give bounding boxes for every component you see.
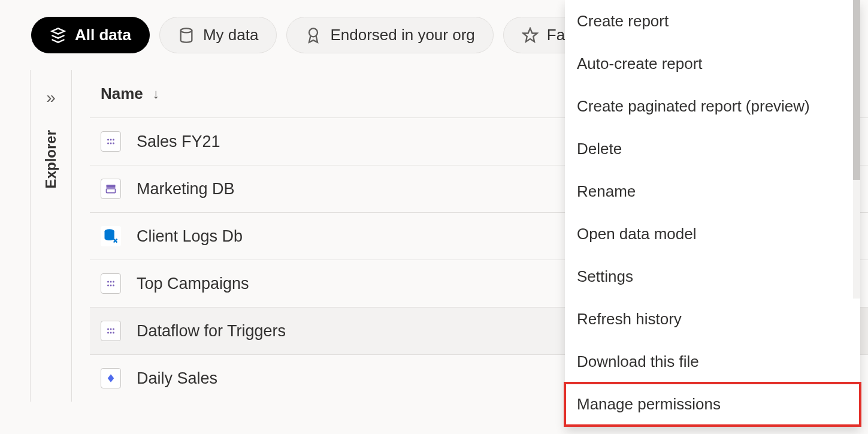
row-label: Sales FY21	[137, 132, 220, 151]
row-label: Client Logs Db	[137, 227, 243, 246]
svg-point-20	[107, 332, 109, 334]
row-label: Dataflow for Triggers	[137, 322, 286, 340]
svg-point-16	[113, 285, 114, 287]
svg-point-18	[110, 328, 112, 330]
svg-point-13	[113, 281, 114, 283]
ribbon-icon	[305, 27, 322, 44]
menu-delete[interactable]: Delete	[565, 128, 860, 170]
semantic-model-icon	[101, 273, 121, 294]
svg-point-12	[110, 281, 112, 283]
context-menu: Create report Auto-create report Create …	[565, 0, 860, 427]
svg-point-1	[309, 28, 317, 37]
semantic-model-icon	[101, 321, 121, 341]
svg-point-5	[107, 143, 109, 144]
filter-label: My data	[203, 26, 259, 44]
datamart-icon	[101, 179, 121, 199]
database-icon	[101, 226, 121, 246]
svg-point-2	[107, 139, 109, 141]
menu-download-file[interactable]: Download this file	[565, 340, 860, 383]
svg-point-3	[110, 139, 112, 141]
svg-point-15	[110, 285, 112, 287]
svg-point-19	[113, 328, 114, 330]
cylinder-icon	[178, 27, 195, 44]
context-menu-scrollbar[interactable]	[853, 0, 860, 299]
row-label: Daily Sales	[137, 369, 217, 388]
menu-refresh-history[interactable]: Refresh history	[565, 298, 860, 340]
svg-point-7	[113, 143, 114, 144]
menu-create-report[interactable]: Create report	[565, 0, 860, 43]
svg-point-22	[113, 332, 114, 334]
menu-create-paginated-report[interactable]: Create paginated report (preview)	[565, 85, 860, 128]
filter-endorsed[interactable]: Endorsed in your org	[286, 17, 493, 53]
filter-label: Endorsed in your org	[330, 26, 474, 44]
svg-point-4	[113, 139, 114, 141]
menu-open-data-model[interactable]: Open data model	[565, 213, 860, 255]
svg-point-11	[107, 281, 109, 283]
filter-my-data[interactable]: My data	[159, 17, 277, 53]
diamond-icon	[101, 368, 121, 388]
menu-settings[interactable]: Settings	[565, 255, 860, 298]
stack-icon	[50, 27, 66, 44]
star-icon	[522, 27, 539, 44]
filter-all-data[interactable]: All data	[31, 17, 150, 53]
svg-point-17	[107, 328, 109, 330]
row-label: Marketing DB	[137, 180, 235, 198]
menu-auto-create-report[interactable]: Auto-create report	[565, 43, 860, 85]
semantic-model-icon	[101, 131, 121, 152]
header-label: Name	[101, 85, 143, 103]
svg-point-21	[110, 332, 112, 334]
svg-point-0	[181, 28, 192, 32]
svg-point-6	[110, 143, 112, 144]
explorer-label[interactable]: Explorer	[43, 130, 59, 188]
svg-rect-8	[107, 185, 116, 188]
menu-manage-permissions[interactable]: Manage permissions	[565, 383, 860, 426]
filter-label: Fa	[547, 26, 565, 44]
expand-icon[interactable]: »	[46, 89, 56, 106]
svg-rect-9	[107, 189, 116, 193]
explorer-rail: » Explorer	[30, 70, 72, 402]
svg-point-14	[107, 285, 109, 287]
menu-rename[interactable]: Rename	[565, 170, 860, 213]
filter-label: All data	[75, 26, 131, 44]
scrollbar-thumb[interactable]	[853, 0, 860, 180]
sort-arrow-icon: ↓	[153, 86, 159, 102]
row-label: Top Campaigns	[137, 275, 249, 293]
